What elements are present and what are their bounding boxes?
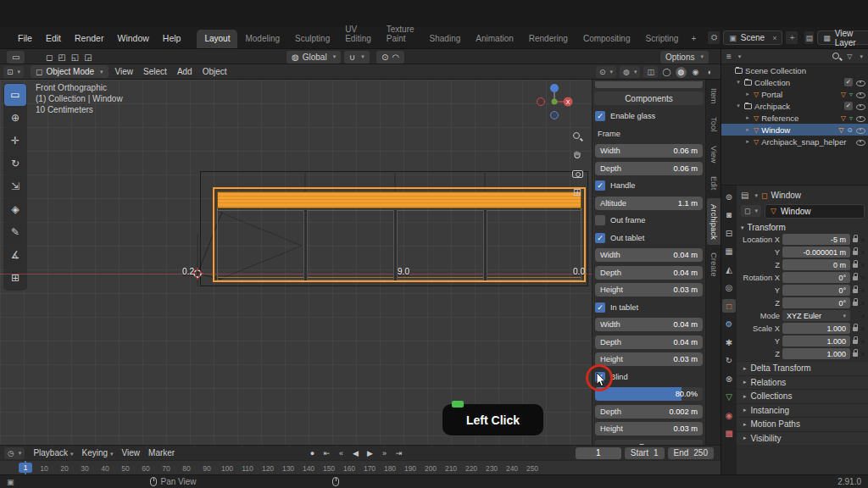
archipack-row-width[interactable]: Width0.06 m (595, 144, 703, 158)
scene-tab[interactable]: ◭ (722, 263, 736, 276)
properties-editor-icon[interactable]: ▤ (741, 191, 748, 200)
transform-orientation-dropdown[interactable]: ◍ Global ▾ (287, 51, 341, 64)
menu-file[interactable]: File (12, 31, 38, 45)
outliner-row-scene-collection[interactable]: Scene Collection (721, 64, 868, 76)
new-scene-button[interactable]: ＋ (786, 31, 798, 44)
timeline-editor-icon[interactable]: ◷▾ (4, 447, 25, 459)
archipack-row-height[interactable]: Height0.03 m (595, 352, 703, 366)
jump-to-start-button[interactable]: ⇤ (321, 447, 332, 459)
value-field[interactable]: 1.000 (782, 336, 850, 347)
menu-window[interactable]: Window (111, 31, 154, 45)
snap-toggle[interactable]: ∪ ▾ (344, 51, 370, 64)
sidebar-tab-archipack[interactable]: Archipack (707, 198, 721, 246)
mode-dropdown[interactable]: ◻ Object Mode ▾ (31, 65, 108, 78)
timeline-menu-marker[interactable]: Marker (148, 448, 175, 458)
lock-icon[interactable] (853, 251, 858, 255)
eye-icon[interactable] (856, 125, 865, 134)
scene-unlink-icon[interactable]: × (772, 34, 776, 42)
proportional-edit-toggle[interactable]: ⊙ ◠ (376, 51, 404, 64)
tab-shading[interactable]: Shading (422, 30, 469, 48)
gizmo-x-neg-axis[interactable] (537, 98, 545, 106)
gizmo-dropdown[interactable]: ⊙▾ (596, 66, 616, 78)
sidebar-tab-view[interactable]: View (707, 140, 721, 169)
section-motion-paths[interactable]: ▸Motion Paths (737, 417, 868, 431)
gizmo-z-axis[interactable] (550, 84, 559, 92)
lock-icon[interactable] (853, 302, 858, 306)
checkbox[interactable]: ✓ (595, 233, 605, 243)
checkbox[interactable]: ✓ (595, 180, 605, 191)
lock-icon[interactable] (853, 289, 858, 293)
lock-icon[interactable] (853, 238, 858, 242)
outliner-row-collection[interactable]: ▾Collection✓ (721, 76, 868, 88)
decorator-dot[interactable] (861, 276, 865, 280)
value-field[interactable]: XYZ Euler▾ (782, 310, 850, 321)
playhead-frame-tag[interactable]: 1 (19, 463, 32, 473)
next-keyframe-button[interactable]: » (379, 447, 390, 459)
expander-icon[interactable]: ▸ (744, 114, 751, 121)
viewport-3d[interactable]: ▭⊕✛↻⇲◈✎∡⊞ Front Orthographic (1) Collect… (0, 80, 592, 445)
tab-scripting[interactable]: Scripting (638, 30, 687, 48)
zoom-button[interactable] (570, 129, 585, 144)
value-field[interactable]: 1.000 (782, 348, 850, 359)
menu-edit[interactable]: Edit (40, 31, 67, 45)
tab-rendering[interactable]: Rendering (521, 30, 576, 48)
lock-icon[interactable] (853, 340, 858, 344)
texture-tab[interactable]: ▩ (722, 427, 736, 441)
archipack-row-in-tablet[interactable]: ✓In tablet (595, 301, 703, 314)
perspective-toggle-button[interactable]: ⊞ (570, 185, 585, 200)
archipack-row-out-frame[interactable]: Out frame (595, 214, 703, 227)
shading-wireframe-button[interactable]: ◯ (661, 67, 672, 78)
options-dropdown[interactable]: Options ▾ (660, 51, 709, 64)
archipack-row-width[interactable]: Width0.04 m (595, 248, 703, 262)
archipack-row-height[interactable]: Height0.03 m (595, 422, 703, 435)
transform-section-header[interactable]: ▾ Transform (741, 221, 865, 234)
lock-icon[interactable] (853, 276, 858, 280)
gizmo-y-axis[interactable] (552, 99, 558, 105)
sidebar-tab-edit[interactable]: Edit (707, 170, 721, 196)
view-layer-tab[interactable]: ▦ (722, 245, 736, 258)
gizmo-z-neg-axis[interactable] (551, 112, 559, 119)
select-mode-new-icon[interactable]: ◻ (46, 53, 53, 62)
section-visibility[interactable]: ▸Visibility (737, 431, 868, 446)
sidebar-tab-item[interactable]: Item (707, 82, 721, 109)
timeline-menu-keying[interactable]: Keying▾ (81, 448, 113, 458)
scene-field[interactable]: ▣ Scene × (723, 30, 782, 45)
value-field[interactable]: -5 m (782, 234, 850, 245)
select-mode-extend-icon[interactable]: ◰ (58, 53, 65, 62)
expander-icon[interactable]: ▾ (735, 79, 742, 86)
pan-button[interactable] (570, 147, 585, 163)
decorator-dot[interactable] (862, 314, 865, 318)
value-field[interactable]: 0 m (782, 259, 850, 270)
archipack-row-height[interactable]: Height0.03 m (595, 283, 703, 297)
decorator-dot[interactable] (861, 302, 865, 305)
decorator-dot[interactable] (861, 263, 865, 267)
play-reverse-button[interactable]: ◀ (350, 447, 361, 459)
play-button[interactable]: ▶ (364, 447, 376, 459)
outliner-editor-icon[interactable]: ≡ (726, 52, 732, 61)
archipack-row-depth[interactable]: Depth0.04 m (595, 336, 703, 349)
clipped-field[interactable] (595, 81, 703, 88)
tool-tab[interactable]: ⊚ (722, 190, 736, 203)
active-tool-icon[interactable]: ▭ (7, 51, 25, 64)
lock-icon[interactable] (853, 352, 858, 357)
particles-tab[interactable]: ✱ (722, 336, 736, 349)
expander-icon[interactable]: ▸ (744, 126, 751, 133)
lock-icon[interactable] (853, 327, 858, 331)
outliner-row-reference[interactable]: ▸▽Reference▽▿ (721, 112, 868, 124)
viewport-menu-object[interactable]: Object (203, 67, 227, 76)
select-mode-subtract-icon[interactable]: ◱ (71, 53, 79, 62)
editor-type-button[interactable]: ⊡▾ (3, 66, 24, 78)
archipack-row-width[interactable]: Width0.04 m (595, 318, 703, 331)
window-blind[interactable] (217, 191, 581, 208)
archipack-row-out-tablet[interactable]: ✓Out tablet (595, 231, 703, 245)
physics-tab[interactable]: ↻ (722, 354, 736, 368)
viewport-menu-add[interactable]: Add (177, 67, 192, 76)
tab-compositing[interactable]: Compositing (576, 30, 638, 48)
section-collections[interactable]: ▸Collections (737, 389, 868, 403)
filter-icon[interactable]: ▽ (847, 53, 852, 60)
object-tab[interactable]: □ (722, 299, 736, 313)
object-type-icon[interactable]: ◻▾ (741, 205, 761, 217)
exclude-checkbox[interactable]: ✓ (844, 78, 853, 86)
expander-icon[interactable]: ▸ (744, 91, 751, 97)
sidebar-tab-tool[interactable]: Tool (707, 111, 721, 137)
